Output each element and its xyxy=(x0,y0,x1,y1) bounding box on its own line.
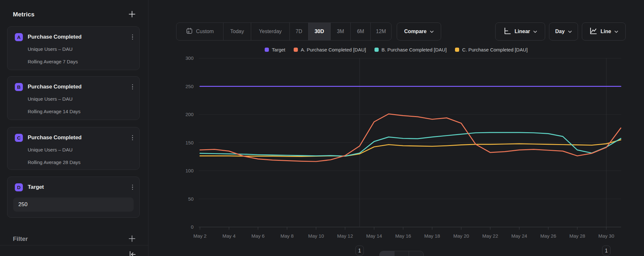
svg-text:May 24: May 24 xyxy=(511,233,527,239)
svg-text:May 8: May 8 xyxy=(280,233,294,239)
metric-badge-b: B xyxy=(15,83,23,91)
target-card[interactable]: D Target xyxy=(7,177,140,218)
collapse-sidebar-button[interactable] xyxy=(128,250,137,256)
metric-title: Purchase Completed xyxy=(28,134,81,141)
svg-text:May 28: May 28 xyxy=(569,233,585,239)
target-title: Target xyxy=(28,184,44,190)
metric-badge-d: D xyxy=(15,183,23,191)
target-card-head: D Target xyxy=(15,183,134,191)
svg-text:May 22: May 22 xyxy=(482,233,498,239)
metric-rolling-label: Rolling Average 14 Days xyxy=(28,109,80,114)
svg-text:May 16: May 16 xyxy=(395,233,411,239)
svg-text:May 26: May 26 xyxy=(540,233,556,239)
svg-text:150: 150 xyxy=(185,140,194,145)
view-toggle-group xyxy=(379,251,424,256)
svg-text:May 14: May 14 xyxy=(366,233,382,239)
metric-badge-a: A xyxy=(15,33,23,41)
metric-card-c[interactable]: C Purchase Completed Unique Users – DAU … xyxy=(7,127,140,170)
metric-event-label: Unique Users – DAU xyxy=(28,96,72,102)
filter-label: Filter xyxy=(13,235,28,242)
metric-badge-c: C xyxy=(15,134,23,142)
filter-row: Filter xyxy=(13,234,136,244)
collapse-left-icon xyxy=(128,250,137,256)
metric-menu-button[interactable] xyxy=(131,134,135,142)
metric-menu-button[interactable] xyxy=(131,83,135,91)
sidebar-footer-divider xyxy=(0,245,148,245)
svg-text:200: 200 xyxy=(185,112,194,117)
metric-card-a[interactable]: A Purchase Completed Unique Users – DAU … xyxy=(7,26,140,70)
kebab-icon xyxy=(132,84,133,90)
table-view-button[interactable] xyxy=(394,251,409,256)
svg-text:1: 1 xyxy=(605,248,608,253)
svg-text:1: 1 xyxy=(358,248,361,253)
metric-rolling-label: Rolling Average 28 Days xyxy=(28,160,80,165)
target-value-input[interactable] xyxy=(13,197,134,212)
svg-text:300: 300 xyxy=(185,55,194,61)
metric-card-head: A Purchase Completed xyxy=(15,33,134,41)
plus-icon xyxy=(128,235,136,243)
add-filter-button[interactable] xyxy=(128,235,136,243)
kebab-icon xyxy=(132,185,133,190)
svg-text:May 12: May 12 xyxy=(337,233,353,239)
svg-text:0: 0 xyxy=(191,224,194,230)
chart-view-button[interactable] xyxy=(380,251,394,256)
metric-card-head: C Purchase Completed xyxy=(15,133,134,142)
svg-text:May 30: May 30 xyxy=(598,233,614,239)
metric-card-head: B Purchase Completed xyxy=(15,83,134,91)
svg-text:100: 100 xyxy=(185,168,194,173)
sidebar-title: Metrics xyxy=(13,11,34,18)
metric-event-label: Unique Users – DAU xyxy=(28,46,72,52)
svg-text:May 2: May 2 xyxy=(194,233,207,239)
metrics-dashboard: Metrics A Purchase Completed Unique User… xyxy=(0,0,644,256)
plus-icon xyxy=(128,10,136,19)
sidebar-header: Metrics xyxy=(13,10,136,19)
metric-title: Purchase Completed xyxy=(28,34,81,40)
svg-text:50: 50 xyxy=(188,196,194,202)
metric-event-label: Unique Users – DAU xyxy=(28,147,72,152)
svg-text:250: 250 xyxy=(185,84,194,89)
metrics-sidebar: Metrics A Purchase Completed Unique User… xyxy=(0,0,148,256)
svg-text:May 20: May 20 xyxy=(453,233,469,239)
target-menu-button[interactable] xyxy=(131,183,135,191)
dau-line-chart[interactable]: 050100150200250300May 2May 4May 6May 8Ma… xyxy=(148,0,644,256)
card-view-button[interactable] xyxy=(409,251,423,256)
svg-text:May 6: May 6 xyxy=(251,233,265,239)
svg-text:May 10: May 10 xyxy=(308,233,324,239)
add-metric-button[interactable] xyxy=(128,10,136,19)
svg-text:May 18: May 18 xyxy=(424,233,440,239)
kebab-icon xyxy=(132,34,133,40)
metric-title: Purchase Completed xyxy=(28,84,81,90)
metric-rolling-label: Rolling Average 7 Days xyxy=(28,59,78,64)
svg-text:May 4: May 4 xyxy=(223,233,236,239)
kebab-icon xyxy=(132,135,133,141)
metric-card-b[interactable]: B Purchase Completed Unique Users – DAU … xyxy=(7,76,140,120)
chart-panel: Custom Today Yesterday 7D 30D 3M 6M 12M … xyxy=(148,0,644,256)
metric-menu-button[interactable] xyxy=(131,33,135,41)
